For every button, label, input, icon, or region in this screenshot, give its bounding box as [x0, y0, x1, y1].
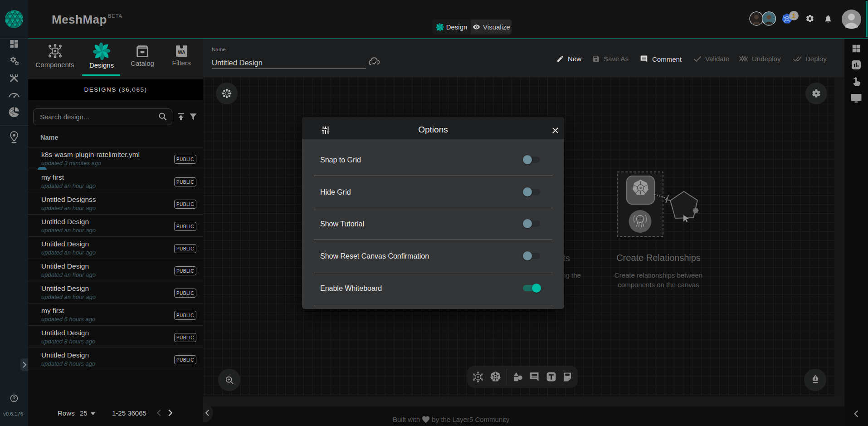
svg-text:WA: WA: [178, 50, 185, 55]
